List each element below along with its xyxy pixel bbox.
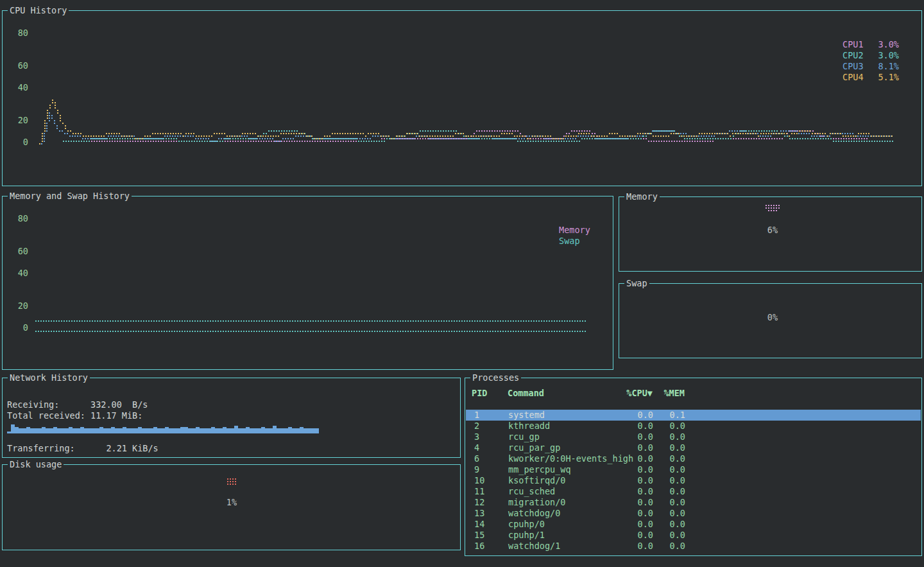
process-mem-percent: 0.0 [653, 541, 685, 552]
process-mem-percent: 0.0 [653, 432, 685, 442]
disk-usage-dots-icon [227, 478, 237, 485]
network-receiving-text: Receiving: 332.00 B/s [7, 400, 148, 409]
y-axis-tick: 0 [3, 323, 28, 332]
y-axis-tick: 60 [3, 247, 28, 256]
network-history-panel: Network History Receiving: 332.00 B/s To… [2, 378, 461, 458]
process-cpu-percent: 0.0 [611, 486, 653, 497]
memory-gauge-title: Memory [624, 191, 660, 202]
process-row[interactable]: 10ksoftirqd/00.00.0 [466, 475, 921, 486]
system-monitor-app: { "theme": { "background": "#292c2e", "b… [0, 0, 924, 567]
column-header-mem[interactable]: %MEM [653, 388, 685, 399]
process-pid: 1 [474, 410, 508, 421]
process-pid: 12 [474, 497, 508, 508]
y-axis-tick: 20 [3, 301, 28, 310]
legend-label: Memory [559, 225, 590, 234]
network-history-title: Network History [8, 372, 90, 383]
process-mem-percent: 0.0 [653, 453, 685, 464]
processes-title: Processes [470, 372, 521, 383]
column-header-pid[interactable]: PID [472, 388, 506, 399]
process-mem-percent: 0.0 [653, 421, 685, 432]
process-cpu-percent: 0.0 [611, 508, 653, 519]
process-pid: 6 [474, 453, 508, 464]
y-axis-tick: 80 [3, 28, 28, 37]
y-axis-tick: 40 [3, 268, 28, 277]
process-row[interactable]: 14cpuhp/00.00.0 [466, 519, 921, 530]
y-axis-tick: 60 [3, 61, 28, 70]
process-cpu-percent: 0.0 [611, 464, 653, 475]
process-cpu-percent: 0.0 [611, 519, 653, 530]
legend-label: Swap [559, 236, 580, 245]
swap-gauge-title: Swap [624, 278, 649, 288]
process-row[interactable]: 13watchdog/00.00.0 [466, 508, 921, 519]
memswap-history-chart [35, 310, 588, 332]
process-pid: 16 [474, 541, 508, 552]
cpu-history-panel: CPU History 806040200 CPU13.0%CPU23.0%CP… [2, 10, 922, 186]
process-cpu-percent: 0.0 [611, 475, 653, 486]
process-pid: 10 [474, 475, 508, 486]
process-cpu-percent: 0.0 [611, 541, 653, 552]
process-row[interactable]: 9mm_percpu_wq0.00.0 [466, 464, 921, 475]
process-pid: 2 [474, 421, 508, 432]
process-mem-percent: 0.0 [653, 486, 685, 497]
process-cpu-percent: 0.0 [611, 497, 653, 508]
process-cpu-percent: 0.0 [611, 530, 653, 541]
processes-panel: Processes PID Command %CPU▼ %MEM 1system… [465, 378, 922, 556]
column-header-cpu-sort[interactable]: %CPU▼ [610, 388, 653, 399]
process-mem-percent: 0.1 [653, 410, 685, 421]
processes-header-row: PID Command %CPU▼ %MEM [465, 388, 921, 399]
process-row[interactable]: 12migration/00.00.0 [466, 497, 921, 508]
swap-usage-value: 0% [767, 313, 778, 322]
network-total-received-text: Total received: 11.17 MiB: [7, 411, 142, 420]
memory-usage-value: 6% [767, 225, 778, 234]
cpu-history-chart [37, 22, 896, 146]
cpu-history-title: CPU History [8, 5, 69, 15]
memory-usage-dots-icon [765, 204, 780, 212]
process-mem-percent: 0.0 [653, 497, 685, 508]
process-cpu-percent: 0.0 [611, 432, 653, 442]
process-row[interactable]: 16watchdog/10.00.0 [466, 541, 921, 552]
process-mem-percent: 0.0 [653, 475, 685, 486]
process-cpu-percent: 0.0 [611, 442, 653, 453]
process-mem-percent: 0.0 [653, 464, 685, 475]
process-cpu-percent: 0.0 [611, 453, 653, 464]
process-pid: 4 [474, 442, 508, 453]
process-pid: 14 [474, 519, 508, 530]
process-mem-percent: 0.0 [653, 519, 685, 530]
network-transferring-text: Transferring: 2.21 KiB/s [7, 444, 158, 453]
process-pid: 3 [474, 432, 508, 442]
process-row-selected[interactable]: 1systemd0.00.1 [466, 410, 921, 421]
process-row[interactable]: 4rcu_par_gp0.00.0 [466, 442, 921, 453]
process-pid: 11 [474, 486, 508, 497]
process-row[interactable]: 11rcu_sched0.00.0 [466, 486, 921, 497]
process-cpu-percent: 0.0 [611, 421, 653, 432]
memswap-history-panel: Memory and Swap History 806040200 Memory… [2, 196, 613, 370]
process-row[interactable]: 3rcu_gp0.00.0 [466, 432, 921, 442]
disk-usage-value: 1% [227, 498, 237, 507]
memory-gauge-panel: Memory 6% [619, 196, 922, 272]
process-mem-percent: 0.0 [653, 442, 685, 453]
disk-usage-title: Disk usage [8, 459, 64, 469]
process-row[interactable]: 2kthreadd0.00.0 [466, 421, 921, 432]
y-axis-tick: 80 [3, 214, 28, 223]
process-pid: 15 [474, 530, 508, 541]
y-axis-tick: 20 [3, 116, 28, 125]
process-row[interactable]: 6kworker/0:0H-events_high0.00.0 [466, 453, 921, 464]
memswap-history-title: Memory and Swap History [8, 191, 132, 201]
network-receive-sparkline [7, 421, 320, 433]
y-axis-tick: 40 [3, 83, 28, 92]
process-mem-percent: 0.0 [653, 508, 685, 519]
process-pid: 9 [474, 464, 508, 475]
process-pid: 13 [474, 508, 508, 519]
process-cpu-percent: 0.0 [611, 410, 653, 421]
process-row[interactable]: 15cpuhp/10.00.0 [466, 530, 921, 541]
process-mem-percent: 0.0 [653, 530, 685, 541]
disk-usage-panel: Disk usage 1% [2, 464, 461, 550]
swap-gauge-panel: Swap 0% [619, 283, 922, 358]
y-axis-tick: 0 [3, 137, 28, 146]
